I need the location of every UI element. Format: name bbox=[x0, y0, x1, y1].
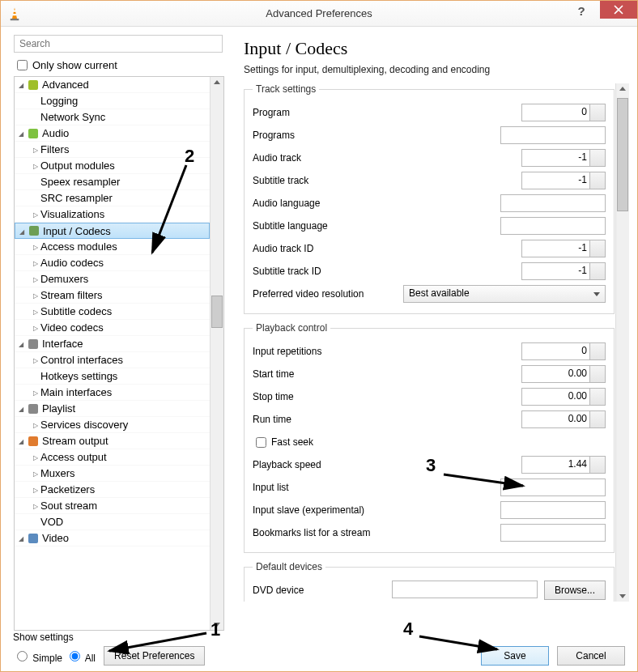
tree-item[interactable]: Subtitle codecs bbox=[15, 304, 210, 320]
input-repetitions-spinner[interactable]: 0 bbox=[521, 342, 606, 360]
programs-input[interactable] bbox=[500, 126, 606, 144]
subtitle-track-id-spinner[interactable]: -1 bbox=[521, 262, 606, 280]
preferred-resolution-select[interactable]: Best available bbox=[403, 285, 606, 303]
audio-track-id-spinner[interactable]: -1 bbox=[521, 240, 606, 257]
svg-rect-5 bbox=[28, 129, 38, 138]
fast-seek-checkbox[interactable]: Fast seek bbox=[253, 435, 390, 450]
tree-item-label: Subtitle codecs bbox=[40, 305, 112, 317]
settings-scrollbar[interactable] bbox=[615, 83, 629, 602]
tree-toggle-icon[interactable] bbox=[31, 388, 40, 397]
input-list-input[interactable] bbox=[500, 478, 606, 496]
tree-toggle-icon[interactable] bbox=[31, 145, 40, 154]
bookmarks-input[interactable] bbox=[500, 524, 606, 542]
tree-item[interactable]: Logging bbox=[15, 93, 210, 109]
reset-preferences-button[interactable]: Reset Preferences bbox=[104, 646, 205, 666]
tree-item[interactable]: Stream output bbox=[15, 433, 210, 449]
tree-toggle-icon[interactable] bbox=[31, 501, 40, 510]
tree-item[interactable]: Packetizers bbox=[15, 482, 210, 498]
tree-item[interactable]: SRC resampler bbox=[15, 190, 210, 206]
tree-toggle-icon[interactable] bbox=[17, 227, 27, 236]
help-button[interactable]: ? bbox=[563, 1, 600, 20]
tree-toggle-icon[interactable] bbox=[16, 80, 26, 89]
stop-time-spinner[interactable]: 0.00 bbox=[521, 388, 606, 406]
tree-item[interactable]: Stream filters bbox=[15, 287, 210, 304]
tree-item[interactable]: Audio codecs bbox=[15, 255, 210, 271]
tree-item[interactable]: Control interfaces bbox=[15, 352, 210, 368]
tree-item-label: Main interfaces bbox=[40, 386, 112, 398]
tree-item-label: Interface bbox=[42, 338, 83, 350]
save-button[interactable]: Save bbox=[481, 646, 549, 666]
svg-marker-0 bbox=[12, 7, 17, 19]
tree-toggle-icon[interactable] bbox=[31, 258, 40, 267]
tree-toggle-icon[interactable] bbox=[31, 307, 40, 316]
tree-toggle-icon[interactable] bbox=[16, 534, 26, 542]
tree-item[interactable]: Video bbox=[15, 530, 210, 547]
tree-item[interactable]: Hotkeys settings bbox=[15, 368, 210, 385]
audio-track-spinner[interactable]: -1 bbox=[521, 149, 606, 167]
tree-toggle-icon[interactable] bbox=[16, 404, 26, 413]
svg-rect-10 bbox=[28, 534, 38, 543]
tree-item[interactable]: Muxers bbox=[15, 466, 210, 482]
tree-item[interactable]: Input / Codecs bbox=[15, 223, 210, 239]
tree-item-label: Services discovery bbox=[40, 419, 128, 431]
search-input[interactable] bbox=[14, 35, 223, 53]
tree-toggle-icon[interactable] bbox=[31, 355, 40, 364]
simple-radio[interactable]: Simple bbox=[13, 649, 62, 664]
tree-item[interactable]: Network Sync bbox=[15, 109, 210, 125]
only-show-current-checkbox[interactable]: Only show current bbox=[14, 57, 236, 73]
tree-toggle-icon[interactable] bbox=[31, 161, 40, 170]
tree-item[interactable]: Playlist bbox=[15, 401, 210, 417]
tree-scrollbar[interactable] bbox=[210, 77, 223, 630]
tree-item[interactable]: Main interfaces bbox=[15, 385, 210, 401]
tree-toggle-icon[interactable] bbox=[31, 323, 40, 332]
tree-toggle-icon[interactable] bbox=[31, 420, 40, 429]
subtitle-track-spinner[interactable]: -1 bbox=[521, 172, 606, 189]
input-slave-input[interactable] bbox=[500, 501, 606, 519]
tree-item[interactable]: Access output bbox=[15, 449, 210, 466]
tree-item[interactable]: Speex resampler bbox=[15, 174, 210, 190]
start-time-spinner[interactable]: 0.00 bbox=[521, 365, 606, 383]
tree-item[interactable]: Demuxers bbox=[15, 271, 210, 287]
tree-item[interactable]: VOD bbox=[15, 514, 210, 530]
tree-item[interactable]: Output modules bbox=[15, 158, 210, 174]
tree-item[interactable]: Access modules bbox=[15, 239, 210, 255]
tree-item[interactable]: Audio bbox=[15, 125, 210, 142]
footer: Show settings Simple All Reset Preferenc… bbox=[13, 630, 625, 666]
cancel-button[interactable]: Cancel bbox=[557, 646, 625, 666]
dvd-device-input[interactable] bbox=[392, 581, 538, 598]
browse-button[interactable]: Browse... bbox=[544, 581, 606, 600]
tree-toggle-icon[interactable] bbox=[31, 469, 40, 478]
tree-item[interactable]: Visualizations bbox=[15, 206, 210, 223]
tree-toggle-icon[interactable] bbox=[31, 453, 40, 461]
tree-toggle-icon[interactable] bbox=[31, 485, 40, 494]
tree-toggle-icon[interactable] bbox=[31, 242, 40, 251]
tree-toggle-icon[interactable] bbox=[31, 210, 40, 219]
tree-item[interactable]: Video codecs bbox=[15, 320, 210, 336]
all-radio[interactable]: All bbox=[66, 649, 96, 664]
playback-speed-spinner[interactable]: 1.44 bbox=[521, 456, 606, 474]
tree-item[interactable]: Services discovery bbox=[15, 417, 210, 433]
tree-item[interactable]: Sout stream bbox=[15, 498, 210, 514]
tree-item-label: Output modules bbox=[40, 159, 115, 172]
tree-item-label: Input / Codecs bbox=[43, 225, 111, 237]
preferences-tree[interactable]: AdvancedLoggingNetwork SyncAudioFiltersO… bbox=[15, 77, 210, 630]
subtitle-language-input[interactable] bbox=[500, 217, 606, 235]
track-settings-group: Track settings Program0 Programs Audio t… bbox=[244, 83, 615, 314]
tree-item-label: Access output bbox=[40, 451, 107, 463]
tree-item-label: Filters bbox=[40, 143, 69, 155]
tree-item[interactable]: Filters bbox=[15, 142, 210, 158]
tree-item-label: Network Sync bbox=[40, 111, 105, 123]
program-spinner[interactable]: 0 bbox=[521, 104, 606, 121]
tree-item[interactable]: Interface bbox=[15, 336, 210, 352]
run-time-spinner[interactable]: 0.00 bbox=[521, 410, 606, 428]
tree-toggle-icon[interactable] bbox=[16, 129, 26, 138]
tree-item-label: Video bbox=[42, 532, 69, 544]
tree-item[interactable]: Advanced bbox=[15, 77, 210, 93]
window-title: Advanced Preferences bbox=[266, 7, 372, 19]
tree-toggle-icon[interactable] bbox=[31, 291, 40, 300]
close-button[interactable] bbox=[600, 1, 637, 19]
tree-toggle-icon[interactable] bbox=[16, 339, 26, 348]
tree-toggle-icon[interactable] bbox=[16, 436, 26, 445]
tree-toggle-icon[interactable] bbox=[31, 274, 40, 283]
audio-language-input[interactable] bbox=[500, 194, 606, 212]
